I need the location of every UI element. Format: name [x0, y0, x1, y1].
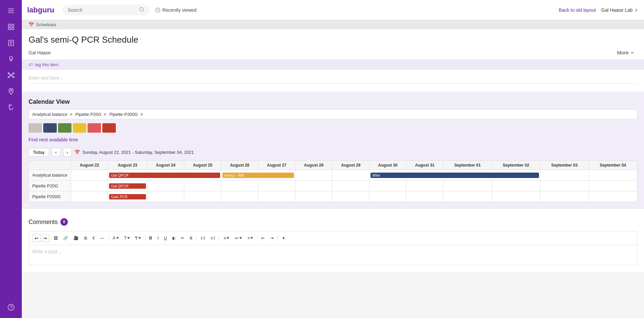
network-icon[interactable]	[4, 69, 18, 82]
calendar-icon: 📅	[75, 150, 80, 155]
filter-tag-label-2: Pipette P200G	[109, 112, 138, 117]
author-name: Gal Haase	[29, 50, 51, 55]
insert-video-button[interactable]: 🎥	[71, 234, 81, 242]
more-label: More	[617, 50, 629, 55]
next-button[interactable]: ›	[63, 148, 72, 156]
toolbar-divider-3	[196, 235, 197, 241]
swatch-4[interactable]	[88, 123, 101, 133]
cell-p20g-aug27	[258, 181, 295, 191]
recently-viewed-link[interactable]: Recently viewed	[155, 7, 197, 13]
search-input[interactable]	[68, 7, 136, 13]
marker-button[interactable]: ✏	[179, 234, 186, 242]
font-button[interactable]: A	[111, 234, 121, 242]
underline-button[interactable]: U	[162, 234, 169, 242]
bold-button[interactable]: B	[147, 234, 154, 242]
find-next-time-link[interactable]: Find next available time	[29, 137, 78, 142]
cell-p200g-sep04	[589, 191, 637, 202]
swatch-1[interactable]	[43, 123, 57, 133]
list-unordered-button[interactable]: ≡	[245, 234, 255, 242]
filter-tag-remove-2[interactable]: ✕	[140, 112, 143, 117]
comment-editor-area[interactable]: Write a post...	[29, 245, 637, 265]
col-header-aug23: August 23	[108, 161, 147, 170]
cell-p200g-aug25	[184, 191, 221, 202]
swatch-5[interactable]	[102, 123, 116, 133]
subscript-button[interactable]: x2	[199, 234, 207, 242]
event-mike[interactable]: Mike	[370, 173, 539, 178]
scan-icon[interactable]	[4, 20, 18, 34]
breadcrumb-icon: 📅	[29, 22, 34, 27]
align-button[interactable]: ≡	[221, 234, 231, 242]
insert-image-button[interactable]: 🖼	[52, 234, 60, 242]
content-card: 📅 Schedules Gal's semi-Q PCR Schedule Ga…	[22, 20, 644, 272]
col-header-sep02: September 02	[492, 161, 540, 170]
calendar-controls: Today ‹ › 📅 Sunday, August 22, 2021 - Sa…	[29, 148, 637, 156]
cell-ab-mike[interactable]: Mike	[369, 170, 540, 181]
biotech-icon[interactable]	[4, 101, 18, 114]
ideas-icon[interactable]	[4, 52, 18, 66]
svg-point-21	[10, 90, 12, 91]
table-row: Pipette P200G Gals PCR	[29, 191, 637, 202]
search-icon	[139, 7, 144, 13]
comments-header: Comments 0	[29, 218, 637, 226]
col-header-aug24: August 24	[147, 161, 184, 170]
insert-link-button[interactable]: 🔗	[61, 234, 70, 242]
cell-p200g-aug23[interactable]: Gals PCR	[108, 191, 147, 202]
svg-point-11	[9, 56, 12, 59]
paragraph-button[interactable]: ¶	[133, 234, 143, 242]
back-to-old-layout-link[interactable]: Back to old layout	[559, 7, 596, 13]
event-nancy-wb[interactable]: Nancy - WB	[222, 173, 294, 178]
col-header-sep03: September 03	[540, 161, 589, 170]
help-icon[interactable]	[4, 301, 18, 314]
comments-title: Comments	[29, 219, 58, 226]
tag-bar[interactable]: 🏷 tag this item	[22, 59, 644, 70]
svg-point-13	[8, 73, 9, 74]
filter-tag-remove-1[interactable]: ✕	[103, 112, 107, 117]
today-button[interactable]: Today	[29, 148, 49, 156]
svg-marker-30	[227, 237, 229, 239]
indent-left-button[interactable]: ⇤	[259, 234, 267, 242]
comments-count-badge: 0	[60, 218, 68, 226]
col-header-sep01: September 01	[443, 161, 492, 170]
cell-ab-gal-qpcr[interactable]: Gal QPCR	[108, 170, 221, 181]
indent-right-button[interactable]: ⇥	[268, 234, 276, 242]
insert-table-button[interactable]: ⊞	[82, 234, 89, 242]
col-header-aug27: August 27	[258, 161, 295, 170]
text-editor-placeholder[interactable]: Enter text here...	[29, 73, 637, 84]
event-gal-qpcr-p20g[interactable]: Gal QPCR	[109, 183, 146, 189]
filter-tag-remove-0[interactable]: ✕	[69, 112, 73, 117]
location-icon[interactable]	[4, 85, 18, 98]
prev-button[interactable]: ‹	[52, 148, 60, 156]
event-gal-qpcr-ab[interactable]: Gal QPCR	[109, 173, 220, 178]
cell-p20g-aug25	[184, 181, 221, 191]
swatch-2[interactable]	[58, 123, 71, 133]
redo-button[interactable]: ↪	[41, 234, 49, 242]
italic-button[interactable]: I	[155, 234, 160, 242]
cell-p200g-aug22	[71, 191, 108, 202]
code-button[interactable]: ✦	[280, 234, 287, 242]
comments-section: Comments 0 ↩ ↪ 🖼 🔗 🎥 ⊞ € — A	[22, 212, 644, 272]
list-ordered-button[interactable]: ≔	[233, 234, 244, 242]
swatch-0[interactable]	[29, 123, 42, 133]
strikethrough-button[interactable]: S	[188, 234, 194, 242]
insert-euro-button[interactable]: €	[91, 234, 97, 242]
cell-p20g-aug23[interactable]: Gal QPCR	[108, 181, 147, 191]
tag-label[interactable]: tag this item	[35, 62, 58, 67]
editor-toolbar: ↩ ↪ 🖼 🔗 🎥 ⊞ € — A T ¶ B I U	[29, 231, 637, 245]
calendar-table: August 22 August 23 August 24 August 25 …	[29, 161, 637, 202]
cell-p20g-aug29	[332, 181, 369, 191]
experiments-icon[interactable]	[4, 36, 18, 50]
svg-rect-3	[8, 24, 10, 26]
row-label-analytical: Analytical balance	[29, 170, 71, 181]
superscript-button[interactable]: x2	[209, 234, 217, 242]
insert-dash-button[interactable]: —	[98, 234, 106, 242]
svg-line-18	[11, 74, 13, 75]
more-button[interactable]: More	[614, 48, 637, 57]
undo-button[interactable]: ↩	[32, 234, 40, 242]
hamburger-menu-icon[interactable]	[4, 4, 18, 17]
event-gals-pcr[interactable]: Gals PCR	[109, 194, 146, 199]
cell-ab-nancy-wb[interactable]: Nancy - WB	[221, 170, 295, 181]
heading-button[interactable]: T	[122, 234, 132, 242]
lab-name-button[interactable]: Gal Haase Lab	[601, 7, 639, 13]
swatch-3[interactable]	[73, 123, 86, 133]
highlight-button[interactable]: ◐	[170, 234, 178, 242]
